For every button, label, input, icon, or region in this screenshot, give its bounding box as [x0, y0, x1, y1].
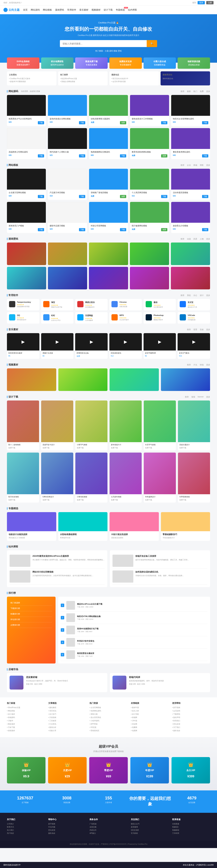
footer-nav-link[interactable]: 广告投放: [90, 823, 127, 825]
register-button[interactable]: 注册: [206, 1, 214, 4]
design-card[interactable]: 冬季雪景插画免费下载: [178, 453, 210, 503]
footer-link[interactable]: • 经验分享: [48, 730, 86, 732]
footer-link[interactable]: • 插画素材: [7, 730, 45, 732]
footer-nav-link[interactable]: 工作时间: [172, 832, 210, 835]
footer-nav-link[interactable]: 加入我们: [7, 829, 45, 831]
tab[interactable]: 热门: [193, 90, 197, 93]
tab[interactable]: 企业: [187, 164, 191, 166]
footer-nav-link[interactable]: 用户协议: [7, 832, 45, 835]
footer-link[interactable]: • 小程序源码: [90, 720, 127, 722]
footer-link[interactable]: • 新手指南: [172, 706, 210, 709]
resource-card[interactable]: 推荐紫色创意设计工作室模板¥49下载: [130, 95, 169, 126]
footer-nav-link[interactable]: 友链交换: [90, 826, 127, 828]
tab[interactable]: 推荐: [181, 238, 184, 240]
wallpaper-item[interactable]: [130, 243, 169, 265]
search-input[interactable]: [60, 40, 147, 47]
feature-card[interactable]: 免费技术支持专业客服解答: [110, 58, 142, 69]
software-card[interactable]: QQ★★★★★即时通讯软件: [7, 312, 39, 323]
tab[interactable]: 更多: [206, 364, 210, 366]
tab[interactable]: 推荐: [181, 164, 184, 166]
footer-link[interactable]: • APP界面: [90, 723, 127, 725]
footer-link[interactable]: • 行业资讯: [48, 723, 86, 725]
search-button[interactable]: 🔍: [147, 40, 157, 47]
video-card[interactable]: [161, 368, 210, 391]
design-card[interactable]: 元旦新年海报免费下载: [110, 453, 142, 503]
resource-card[interactable]: 推荐摄影作品展示模板¥29下载: [48, 202, 87, 233]
wallpaper-item[interactable]: [48, 267, 87, 289]
login-button[interactable]: 登录: [197, 1, 205, 4]
video-card[interactable]: [7, 368, 56, 391]
wallpaper-item[interactable]: [89, 243, 128, 265]
wallpaper-item[interactable]: [171, 267, 210, 289]
vip-card[interactable]: 👑体验VIP¥9.9: [7, 757, 45, 783]
footer-link[interactable]: • 开发指南: [48, 716, 86, 719]
footer-link[interactable]: • 电商网站源码: [90, 710, 127, 712]
footer-nav-link[interactable]: 客服QQ: [172, 826, 210, 828]
footer-link[interactable]: • 意见反馈: [172, 723, 210, 725]
footer-link[interactable]: • 优设网: [131, 723, 169, 725]
footer-link[interactable]: • 前端网: [131, 716, 169, 719]
nav-item[interactable]: 专题精选: [116, 8, 125, 11]
tab[interactable]: 系统: [187, 294, 191, 297]
nav-item[interactable]: 站内博客: [128, 8, 137, 11]
resource-card[interactable]: 推荐活动专题页面模板¥25下载: [171, 169, 210, 200]
music-card[interactable]: ▶科技感音效包¥12: [110, 333, 142, 359]
wallpaper-item[interactable]: [7, 243, 46, 265]
footer-link[interactable]: • WordPress主题: [7, 706, 45, 709]
news-item[interactable]: 网站SEO优化完整指南从关键词研究到内容优化，从技术SEO到外链建设，全方位提升…: [9, 569, 105, 585]
shop-card[interactable]: 前端代码库提供高质量前端源码、插件、框架等开发资源资源 189 · 粉丝 145…: [110, 673, 210, 692]
resource-card[interactable]: 推荐绿色清新博客主题源码免费免费: [89, 95, 128, 126]
design-card[interactable]: 双旦狂欢海报免费下载: [7, 453, 39, 503]
footer-link[interactable]: • 博客主题: [90, 713, 127, 715]
nav-item[interactable]: 音乐素材: [79, 8, 88, 11]
topic-card[interactable]: 零基础摄影技巧手机也能拍大片: [161, 512, 210, 541]
software-card[interactable]: 网易云音乐★★★★★音乐播放软件: [75, 299, 107, 310]
vip-card[interactable]: 👑季度VIP¥69: [89, 757, 128, 783]
resource-card[interactable]: 推荐简约风格个人博客主题¥25下载: [48, 128, 87, 159]
news-item[interactable]: 如何选择合适的虚拟主机详细对比各大主机商的性能、价格、服务，帮你做出最佳选择..…: [113, 569, 208, 585]
footer-nav-link[interactable]: 内容合作: [90, 829, 127, 831]
resource-card[interactable]: 推荐餐饮美食类网站源码¥45下载: [171, 128, 210, 159]
resource-card[interactable]: 推荐企业展示型网站模板¥29下载: [7, 169, 46, 200]
footer-link[interactable]: • H5页面: [90, 726, 127, 728]
tab[interactable]: 推荐: [181, 294, 184, 297]
design-card[interactable]: 年终盛典设计免费下载: [144, 453, 176, 503]
tab[interactable]: 免费: [200, 90, 204, 93]
tab[interactable]: 推荐: [187, 364, 191, 366]
resource-card[interactable]: 推荐教育培训机构网站模板免费免费: [130, 128, 169, 159]
tab[interactable]: 推荐: [187, 328, 191, 331]
tab[interactable]: 推荐: [181, 90, 184, 93]
tab[interactable]: 音效: [200, 328, 204, 331]
tab[interactable]: 博客: [200, 164, 204, 166]
wallpaper-item[interactable]: [130, 267, 169, 289]
rank-tab[interactable]: 收藏排行榜: [10, 611, 52, 617]
design-card[interactable]: 圣诞节贺卡设计免费下载: [41, 401, 73, 451]
tab[interactable]: 更多: [206, 238, 210, 240]
nav-item[interactable]: 漫画壁纸: [55, 8, 64, 11]
footer-link[interactable]: • 素材中国: [131, 706, 169, 709]
wallpaper-item[interactable]: [7, 267, 46, 289]
music-card[interactable]: ▶史诗大气配乐¥15: [178, 333, 210, 359]
feature-card[interactable]: 独家资源优惠原创精品资源: [178, 58, 210, 69]
tab[interactable]: 商城: [193, 164, 197, 166]
feature-card[interactable]: 高速免费下载专属高速通道: [75, 58, 107, 69]
footer-nav-link[interactable]: 官方邮箱: [131, 832, 169, 835]
tab[interactable]: 更多: [206, 294, 210, 297]
footer-link[interactable]: • 设计导航: [131, 713, 169, 715]
software-card[interactable]: WPS★★★★★办公软件套件: [110, 312, 142, 323]
footer-nav-link[interactable]: 微信公众号: [131, 823, 169, 825]
design-card[interactable]: 新年祝福卡片免费下载: [110, 401, 142, 451]
footer-nav-link[interactable]: 在线客服: [172, 823, 210, 825]
tab[interactable]: 办公: [193, 294, 197, 297]
design-card[interactable]: 小寒传统海报免费下载: [75, 453, 107, 503]
news-item[interactable]: 前端开发必备工具推荐提升开发效率的神器合集，包括代码编辑器、调试工具、构建工具等…: [113, 553, 208, 569]
software-card[interactable]: 支付宝★★★★★移动支付工具: [178, 299, 210, 310]
resource-card[interactable]: 推荐蓝色科技感企业网站模板¥39下载: [48, 95, 87, 126]
footer-link[interactable]: • 联系我们: [172, 720, 210, 722]
software-card[interactable]: Tampermonkey★★★★★浏览器脚本管理器: [7, 299, 39, 310]
feature-card[interactable]: SVIP会员特权海量资源免费下: [7, 58, 39, 69]
resource-card[interactable]: 推荐旅游景点介绍模板¥35下载: [171, 202, 210, 233]
footer-link[interactable]: • 花瓣网: [131, 726, 169, 728]
nav-item[interactable]: 网站模板: [43, 8, 52, 11]
software-card[interactable]: Chrome★★★★★谷歌浏览器: [110, 299, 142, 310]
